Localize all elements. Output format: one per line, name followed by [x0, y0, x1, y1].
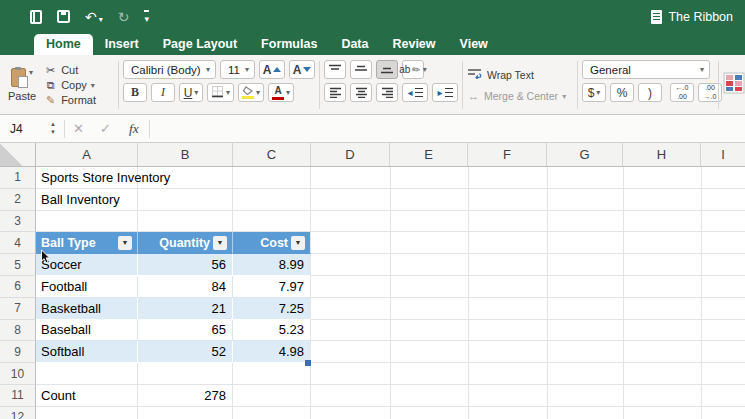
cell-a11[interactable]: Count: [36, 385, 138, 407]
tab-page-layout[interactable]: Page Layout: [151, 34, 249, 55]
copy-button[interactable]: ⧉ Copy ▾: [44, 79, 96, 92]
new-workbook-icon[interactable]: [30, 10, 42, 24]
row-header-7[interactable]: 7: [0, 298, 36, 320]
row-header-5[interactable]: 5: [0, 254, 36, 276]
column-header-d[interactable]: D: [311, 143, 390, 166]
chevron-down-icon[interactable]: ▾: [286, 88, 290, 97]
tab-view[interactable]: View: [448, 34, 500, 55]
shrink-font-button[interactable]: A: [289, 60, 315, 79]
cell-b5[interactable]: 56: [138, 254, 233, 276]
row-header-10[interactable]: 10: [0, 363, 36, 385]
align-top-button[interactable]: [324, 60, 346, 79]
column-header-h[interactable]: H: [623, 143, 701, 166]
cells-d9-i9[interactable]: [311, 341, 745, 363]
cell-c12[interactable]: [233, 407, 311, 419]
row-header-11[interactable]: 11: [0, 385, 36, 407]
font-family-dropdown[interactable]: Calibri (Body) ▾: [123, 60, 216, 79]
cells-d1-i1[interactable]: [311, 167, 745, 189]
paste-dropdown-icon[interactable]: ▾: [29, 68, 33, 77]
cell-b10[interactable]: [138, 363, 233, 385]
undo-dropdown-icon[interactable]: ▾: [99, 16, 103, 24]
cells-d3-i3[interactable]: [311, 211, 745, 233]
cell-a8[interactable]: Baseball: [36, 320, 138, 342]
select-all-corner[interactable]: [0, 143, 36, 166]
fill-color-button[interactable]: ▾: [238, 83, 264, 102]
name-box-spinner[interactable]: ▲ ▼: [50, 121, 56, 137]
cell-c3[interactable]: [233, 211, 311, 233]
align-right-button[interactable]: [376, 83, 398, 102]
cell-b8[interactable]: 65: [138, 320, 233, 342]
cells-d8-i8[interactable]: [311, 320, 745, 342]
cells-d11-i11[interactable]: [311, 385, 745, 407]
increase-indent-button[interactable]: ▸: [432, 83, 458, 102]
cell-c2[interactable]: [233, 189, 311, 211]
paste-button[interactable]: ▾ Paste: [8, 68, 36, 102]
cells-d10-i10[interactable]: [311, 363, 745, 385]
cell-a4[interactable]: Ball Type ▼: [36, 232, 138, 254]
row-header-4[interactable]: 4: [0, 232, 36, 254]
column-header-a[interactable]: A: [36, 143, 138, 166]
chevron-down-icon[interactable]: ▾: [226, 88, 230, 97]
column-header-i[interactable]: I: [701, 143, 745, 166]
row-header-6[interactable]: 6: [0, 276, 36, 298]
cell-b11[interactable]: 278: [138, 385, 233, 407]
bold-button[interactable]: B: [123, 83, 147, 102]
cell-c9[interactable]: 4.98: [233, 341, 311, 363]
cell-b6[interactable]: 84: [138, 276, 233, 298]
percent-button[interactable]: %: [610, 83, 634, 102]
chevron-down-icon[interactable]: ▾: [562, 92, 566, 101]
cell-c10[interactable]: [233, 363, 311, 385]
row-header-9[interactable]: 9: [0, 341, 36, 363]
cell-a2[interactable]: Ball Inventory: [36, 189, 138, 211]
tab-data[interactable]: Data: [329, 34, 380, 55]
align-center-button[interactable]: [350, 83, 372, 102]
redo-icon[interactable]: ↻: [118, 10, 130, 24]
format-painter-button[interactable]: ✎ Format: [44, 94, 96, 107]
insert-function-icon[interactable]: fx: [119, 121, 149, 137]
decrease-indent-button[interactable]: ◂: [402, 83, 428, 102]
cell-b3[interactable]: [138, 211, 233, 233]
chevron-down-icon[interactable]: ▾: [194, 88, 198, 97]
cell-a9[interactable]: Softball: [36, 341, 138, 363]
row-header-2[interactable]: 2: [0, 189, 36, 211]
cell-a7[interactable]: Basketball: [36, 298, 138, 320]
enter-icon[interactable]: ✓: [92, 121, 119, 136]
borders-button[interactable]: ▾: [207, 83, 234, 102]
currency-button[interactable]: $ ▾: [582, 83, 606, 102]
cells-d4-i4[interactable]: [311, 232, 745, 254]
number-format-dropdown[interactable]: General ▾: [582, 60, 710, 79]
chevron-down-icon[interactable]: ▾: [596, 88, 600, 97]
merge-center-button[interactable]: ↔ Merge & Center ▾: [467, 90, 573, 102]
column-header-g[interactable]: G: [547, 143, 623, 166]
cell-a6[interactable]: Football: [36, 276, 138, 298]
cells-d6-i6[interactable]: [311, 276, 745, 298]
filter-button[interactable]: ▼: [118, 236, 132, 250]
tab-formulas[interactable]: Formulas: [249, 34, 329, 55]
cell-c5[interactable]: 8.99: [233, 254, 311, 276]
italic-button[interactable]: I: [151, 83, 175, 102]
customize-toolbar-icon[interactable]: ▾: [144, 10, 149, 24]
font-color-button[interactable]: A ▾: [268, 83, 294, 102]
cell-a1[interactable]: Sports Store Inventory: [36, 167, 138, 189]
cell-c11[interactable]: [233, 385, 311, 407]
cells-d5-i5[interactable]: [311, 254, 745, 276]
align-middle-button[interactable]: [350, 60, 372, 79]
cell-a3[interactable]: [36, 211, 138, 233]
cell-a12[interactable]: [36, 407, 138, 419]
align-bottom-button[interactable]: [376, 60, 398, 79]
cells-d7-i7[interactable]: [311, 298, 745, 320]
copy-dropdown-icon[interactable]: ▾: [91, 81, 95, 90]
increase-decimal-button[interactable]: ←.0.00: [670, 83, 694, 102]
cell-c8[interactable]: 5.23: [233, 320, 311, 342]
column-header-b[interactable]: B: [138, 143, 233, 166]
row-header-8[interactable]: 8: [0, 320, 36, 342]
cell-b2[interactable]: [138, 189, 233, 211]
cell-a10[interactable]: [36, 363, 138, 385]
row-header-1[interactable]: 1: [0, 167, 36, 189]
cell-c1[interactable]: [233, 167, 311, 189]
font-size-dropdown[interactable]: 11 ▾: [220, 60, 255, 79]
cell-b4[interactable]: Quantity ▼: [138, 232, 233, 254]
conditional-formatting-button[interactable]: Conditional Formatting: [723, 59, 745, 111]
cell-c7[interactable]: 7.25: [233, 298, 311, 320]
row-header-3[interactable]: 3: [0, 211, 36, 233]
